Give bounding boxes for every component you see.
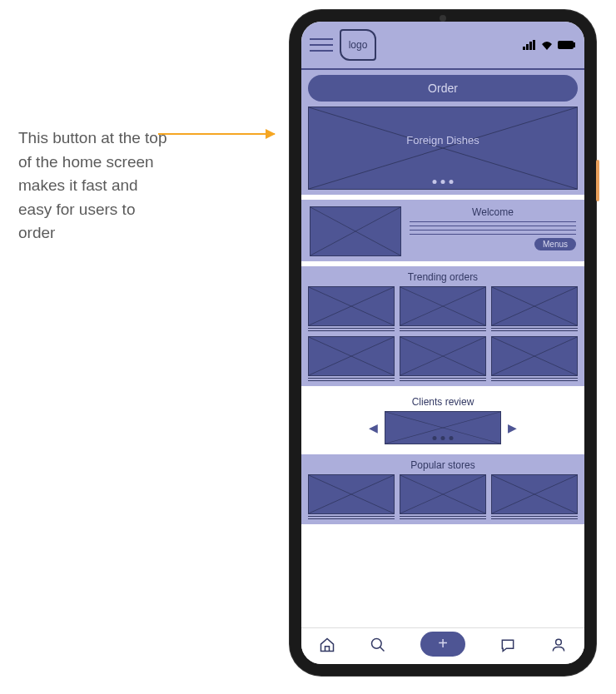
signal-icon <box>523 40 536 50</box>
logo[interactable]: logo <box>340 29 376 61</box>
trending-title: Trending orders <box>308 271 578 283</box>
welcome-title: Welcome <box>472 206 514 218</box>
store-card[interactable] <box>308 474 395 519</box>
hero-label: Foreign Dishes <box>406 134 479 146</box>
svg-rect-1 <box>526 44 529 50</box>
menus-button[interactable]: Menus <box>534 238 576 250</box>
menu-icon[interactable] <box>310 38 333 52</box>
review-card[interactable] <box>385 411 501 444</box>
search-icon[interactable] <box>370 637 386 657</box>
profile-icon[interactable] <box>550 637 567 657</box>
chevron-left-icon[interactable]: ◀ <box>369 421 378 434</box>
text-line <box>410 226 576 226</box>
status-icons <box>523 40 576 50</box>
bottom-nav: + <box>301 627 584 664</box>
chat-icon[interactable] <box>499 637 516 657</box>
phone-frame: logo Order Foreign Dishes <box>290 10 596 676</box>
store-card[interactable] <box>491 474 578 519</box>
app-header: logo <box>301 22 584 70</box>
review-dots[interactable] <box>433 436 454 440</box>
trending-card[interactable] <box>491 286 578 331</box>
hero-banner[interactable]: Foreign Dishes <box>308 107 578 190</box>
chevron-right-icon[interactable]: ▶ <box>508 421 517 434</box>
battery-icon <box>558 40 576 50</box>
wifi-icon <box>540 40 554 50</box>
annotation-arrow <box>158 133 275 135</box>
svg-rect-5 <box>574 42 575 47</box>
trending-section: Trending orders <box>301 266 584 386</box>
store-card[interactable] <box>400 474 486 519</box>
carousel-dots[interactable] <box>433 180 454 184</box>
text-line <box>410 234 576 235</box>
order-button[interactable]: Order <box>308 75 578 102</box>
popular-section: Popular stores <box>301 454 584 524</box>
content-area: Order Foreign Dishes Welcome <box>301 70 584 627</box>
text-line <box>410 230 576 231</box>
popular-title: Popular stores <box>308 459 578 471</box>
trending-card[interactable] <box>400 286 486 331</box>
order-section: Order Foreign Dishes <box>301 70 584 195</box>
welcome-text-block: Welcome Menus <box>410 206 576 250</box>
home-icon[interactable] <box>319 637 335 657</box>
annotation-text: This button at the top of the home scree… <box>18 126 168 245</box>
text-line <box>410 221 576 222</box>
screen: logo Order Foreign Dishes <box>301 22 584 664</box>
svg-rect-3 <box>533 40 535 50</box>
svg-point-30 <box>371 638 381 648</box>
reviews-title: Clients review <box>308 396 578 408</box>
svg-rect-4 <box>558 41 574 49</box>
trending-card[interactable] <box>308 336 395 381</box>
svg-line-31 <box>380 647 384 651</box>
trending-card[interactable] <box>308 286 395 331</box>
trending-card[interactable] <box>400 336 486 381</box>
reviews-section: Clients review ◀ ▶ <box>301 391 584 449</box>
welcome-image <box>310 206 401 256</box>
welcome-section: Welcome Menus <box>301 200 584 261</box>
svg-rect-2 <box>529 42 532 50</box>
trending-card[interactable] <box>491 336 578 381</box>
add-button[interactable]: + <box>420 632 465 657</box>
svg-rect-0 <box>523 47 525 50</box>
svg-point-32 <box>556 639 562 645</box>
